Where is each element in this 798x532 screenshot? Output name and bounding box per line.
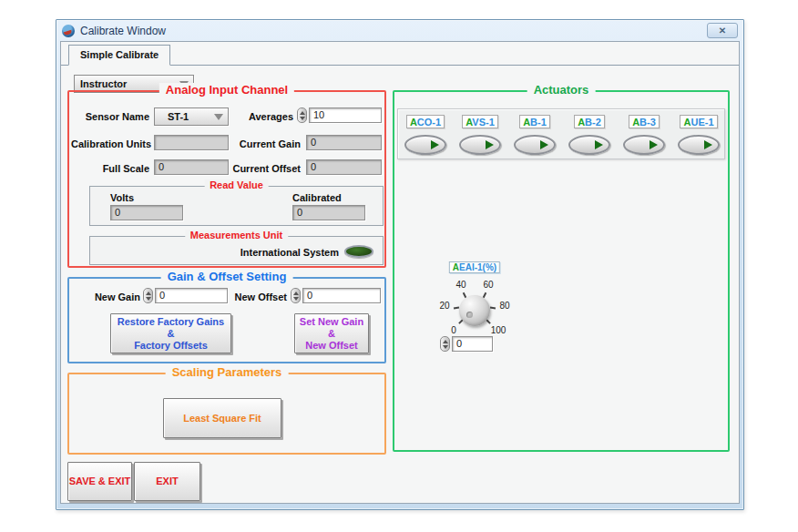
window-content: Simple Calibrate Instructor Analog Input… (60, 41, 740, 504)
exit-label: EXIT (156, 476, 178, 487)
full-scale-label: Full Scale (77, 163, 149, 174)
scaling-parameters-title: Scaling Parameters (166, 365, 289, 379)
play-icon (486, 140, 494, 149)
knob-tick-40: 40 (455, 280, 466, 290)
actuator-label-rest: CO-1 (417, 117, 441, 128)
volts-label: Volts (110, 192, 134, 203)
spin-up-icon[interactable] (443, 340, 448, 343)
aeai1-value-spinner[interactable] (440, 336, 450, 352)
new-offset-label: New Offset (231, 292, 287, 302)
instructor-dropdown-value: Instructor (75, 78, 127, 89)
measurements-unit-title: Measurements Unit (185, 230, 288, 240)
restore-factory-line2: & (168, 328, 175, 340)
analog-input-channel-title: Analog Input Channel (159, 83, 294, 97)
tab-simple-calibrate[interactable]: Simple Calibrate (68, 45, 170, 66)
international-system-toggle[interactable] (344, 245, 373, 258)
title-bar: Calibrate Window ✕ (60, 20, 740, 41)
actuator-buttons-panel: ACO-1 AVS-1 AB-1 AB-2 AB-3 (397, 108, 725, 159)
spin-up-icon[interactable] (146, 292, 151, 295)
calibrated-label: Calibrated (292, 192, 342, 203)
sensor-name-value: ST-1 (168, 111, 189, 122)
volts-field: 0 (110, 205, 183, 220)
least-square-fit-label: Least Square Fit (183, 413, 261, 425)
set-new-line1: Set New Gain (300, 316, 363, 328)
restore-factory-line1: Restore Factory Gains (118, 316, 224, 328)
current-gain-field: 0 (306, 135, 382, 150)
full-scale-field: 0 (154, 159, 229, 175)
set-new-line2: & (328, 328, 335, 340)
calibration-units-label: Calibration Units (71, 138, 149, 149)
averages-field[interactable]: 10 (309, 107, 382, 123)
play-icon (650, 140, 658, 149)
actuator-label-prefix: A (410, 117, 417, 128)
save-exit-button[interactable]: SAVE & EXIT (67, 462, 132, 501)
actuator-ab2-button[interactable] (568, 135, 610, 155)
actuator-aco1-label: ACO-1 (406, 115, 445, 128)
spin-down-icon[interactable] (146, 297, 151, 301)
sensor-name-label: Sensor Name (77, 111, 149, 122)
actuator-aco1: ACO-1 (398, 113, 453, 155)
aeai1-knob[interactable] (459, 295, 490, 326)
restore-factory-line3: Factory Offsets (134, 340, 208, 352)
actuator-label-prefix: A (632, 117, 639, 128)
actuator-avs1: AVS-1 (453, 113, 507, 155)
knob-tick-20: 20 (439, 301, 449, 311)
actuator-label-rest: B-3 (639, 117, 656, 128)
actuator-aue1-label: AUE-1 (680, 115, 717, 128)
actuator-ab3-label: AB-3 (629, 115, 660, 128)
play-icon (540, 140, 548, 149)
restore-factory-button[interactable]: Restore Factory Gains & Factory Offsets (110, 313, 231, 353)
spin-down-icon[interactable] (293, 297, 299, 301)
sensor-name-dropdown[interactable]: ST-1 (154, 107, 229, 126)
averages-spinner[interactable] (297, 107, 307, 123)
window-title: Calibrate Window (80, 25, 166, 37)
new-offset-field[interactable]: 0 (302, 288, 381, 303)
actuator-aue1-button[interactable] (678, 135, 720, 155)
knob-tick-100: 100 (491, 325, 506, 335)
actuators-group: Actuators ACO-1 AVS-1 AB-1 AB-2 (393, 90, 730, 452)
gain-offset-group: Gain & Offset Setting New Gain 0 New Off… (67, 277, 386, 363)
knob-tick-60: 60 (483, 280, 493, 290)
spin-down-icon[interactable] (443, 345, 448, 349)
gain-offset-title: Gain & Offset Setting (161, 270, 293, 283)
current-offset-field: 0 (306, 159, 382, 175)
actuator-ab1-label: AB-1 (519, 115, 550, 128)
averages-label: Averages (240, 111, 293, 122)
actuator-avs1-button[interactable] (459, 135, 501, 155)
actuator-label-prefix: A (578, 117, 585, 128)
close-icon[interactable]: ✕ (707, 23, 738, 38)
actuator-ab3-button[interactable] (623, 135, 665, 155)
knob-tick-80: 80 (499, 301, 509, 311)
new-gain-spinner[interactable] (143, 288, 153, 303)
international-system-label: International System (240, 247, 339, 258)
knob-tickmark (490, 307, 496, 310)
play-icon (595, 140, 603, 149)
actuator-aue1: AUE-1 (671, 113, 726, 155)
spin-up-icon[interactable] (293, 292, 299, 295)
aeai1-value-field[interactable]: 0 (452, 336, 493, 352)
actuators-title: Actuators (527, 83, 596, 97)
calibration-units-field (154, 135, 229, 150)
scaling-parameters-group: Scaling Parameters Least Square Fit (67, 373, 386, 455)
measurements-unit-group: Measurements Unit International System (89, 236, 384, 265)
actuator-ab3: AB-3 (617, 113, 671, 155)
set-new-line3: New Offset (305, 340, 357, 352)
knob-label-rest: EAI-1(%) (459, 262, 496, 272)
actuator-label-rest: VS-1 (472, 117, 494, 128)
actuator-ab1-button[interactable] (514, 135, 556, 155)
spin-up-icon[interactable] (300, 111, 305, 115)
actuator-label-prefix: A (523, 117, 530, 128)
tab-strip: Simple Calibrate (61, 44, 739, 66)
new-gain-field[interactable]: 0 (155, 288, 228, 303)
play-icon (431, 140, 439, 149)
current-gain-label: Current Gain (235, 138, 301, 149)
chevron-down-icon (214, 114, 223, 120)
new-offset-spinner[interactable] (291, 288, 301, 303)
least-square-fit-button[interactable]: Least Square Fit (163, 398, 281, 438)
actuator-aco1-button[interactable] (404, 135, 446, 155)
read-value-title: Read Value (204, 179, 269, 190)
exit-button[interactable]: EXIT (134, 462, 200, 501)
set-new-gain-offset-button[interactable]: Set New Gain & New Offset (294, 313, 369, 353)
spin-down-icon[interactable] (300, 117, 305, 120)
actuator-ab2-label: AB-2 (574, 115, 605, 128)
